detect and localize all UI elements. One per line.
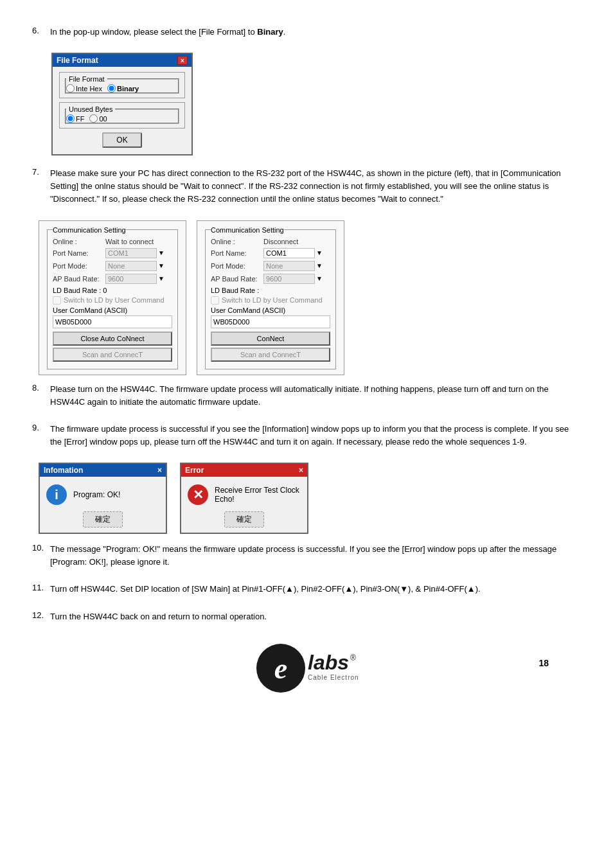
info-dialog-titlebar: Infomation × <box>40 464 166 477</box>
error-confirm-button[interactable]: 確定 <box>224 511 264 527</box>
unused-bytes-options: FF 00 <box>66 114 178 123</box>
step-10: 10. The message "Program: OK!" means the… <box>32 543 581 569</box>
step-12-number: 12. <box>32 610 50 620</box>
elabs-logo: e labs ® Cable Electronics <box>255 642 358 694</box>
step-7-text: Please make sure your PC has direct conn… <box>50 167 581 206</box>
svg-text:®: ® <box>350 653 356 662</box>
info-inner: i Program: OK! <box>46 484 159 505</box>
info-confirm-button[interactable]: 確定 <box>83 511 123 527</box>
info-title: Infomation <box>44 466 83 475</box>
info-body: i Program: OK! 確定 <box>40 477 166 533</box>
comm-right-apbaud-row: AP Baud Rate: 9600 ▼ <box>211 274 330 284</box>
step-8: 8. Please turn on the HSW44C. The firmwa… <box>32 383 581 409</box>
error-icon: ✕ <box>188 484 208 505</box>
file-format-options: Inte Hex Binary <box>66 84 178 93</box>
ff-option[interactable]: FF <box>66 114 84 123</box>
info-icon: i <box>46 484 67 505</box>
unused-bytes-group: Unused Bytes FF 00 <box>59 102 185 128</box>
comm-left-portname-value: COM1 <box>105 248 157 258</box>
step-9: 9. The firmware update process is succes… <box>32 423 581 448</box>
step-8-number: 8. <box>32 383 50 393</box>
step-7: 7. Please make sure your PC has direct c… <box>32 167 581 206</box>
error-close[interactable]: × <box>299 466 303 475</box>
step-7-number: 7. <box>32 167 50 177</box>
dialogs-section: Infomation × i Program: OK! 確定 Error × ✕… <box>39 463 581 534</box>
error-inner: ✕ Receive Error Test Clock Echo! <box>188 484 301 505</box>
comm-left-online-row: Online : Wait to connect <box>53 238 172 245</box>
error-message: Receive Error Test Clock Echo! <box>215 486 301 504</box>
comm-panel-left: Communication Setting Online : Wait to c… <box>39 220 186 375</box>
info-close[interactable]: × <box>157 466 162 475</box>
unused-bytes-legend: Unused Bytes <box>66 105 115 113</box>
comm-left-ascii-label: User ComMand (ASCII) <box>53 306 172 314</box>
binary-option[interactable]: Binary <box>107 84 139 93</box>
file-format-dialog: File Format × File Format Inte Hex Binar… <box>51 53 193 155</box>
comm-right-apbaud-label: AP Baud Rate: <box>211 275 263 283</box>
comm-left-apbaud-value: 9600 <box>105 274 157 284</box>
step-10-text: The message "Program: OK!" means the fir… <box>50 543 581 569</box>
svg-text:Cable Electronics: Cable Electronics <box>308 674 358 681</box>
file-format-section: File Format × File Format Inte Hex Binar… <box>32 53 581 155</box>
step-8-text: Please turn on the HSW44C. The firmware … <box>50 383 581 409</box>
comm-right-portmode-label: Port Mode: <box>211 262 263 270</box>
comm-left-online-value: Wait to connect <box>105 238 154 245</box>
comm-left-btn2[interactable]: Scan and ConnecT <box>53 348 172 362</box>
comm-section: Communication Setting Online : Wait to c… <box>32 220 581 375</box>
comm-left-portmode-value: None <box>105 261 157 271</box>
comm-left-online-label: Online : <box>53 238 105 245</box>
comm-left-portmode-label: Port Mode: <box>53 262 105 270</box>
step-11: 11. Turn off HSW44C. Set DIP location of… <box>32 583 581 596</box>
comm-right-portname-value: COM1 <box>263 248 315 258</box>
comm-right-apbaud-value: 9600 <box>263 274 315 284</box>
step-6-number: 6. <box>32 26 50 35</box>
comm-right-btn1[interactable]: ConNect <box>211 332 330 346</box>
step-10-number: 10. <box>32 543 50 553</box>
step-6-text: In the pop-up window, please select the … <box>50 26 581 39</box>
comm-right-online-row: Online : Disconnect <box>211 238 330 245</box>
svg-text:labs: labs <box>308 651 349 674</box>
comm-left-ascii-input[interactable] <box>53 315 172 328</box>
comm-left-legend: Communication Setting <box>53 226 126 234</box>
comm-right-switch-row: Switch to LD by User Command <box>211 296 330 305</box>
comm-left-portname-label: Port Name: <box>53 249 105 257</box>
comm-right-online-label: Online : <box>211 238 263 245</box>
comm-right-online-value: Disconnect <box>263 238 298 245</box>
error-dialog: Error × ✕ Receive Error Test Clock Echo!… <box>180 463 308 534</box>
file-format-body: File Format Inte Hex Binary <box>53 67 191 154</box>
comm-left-btn1[interactable]: Close Auto CoNnect <box>53 332 172 346</box>
step-12: 12. Turn the HSW44C back on and return t… <box>32 610 581 623</box>
comm-right-portname-row: Port Name: COM1 ▼ <box>211 248 330 258</box>
svg-text:e: e <box>274 652 287 685</box>
step-11-number: 11. <box>32 583 50 592</box>
comm-right-legend: Communication Setting <box>211 226 284 234</box>
inte-hex-option[interactable]: Inte Hex <box>66 84 102 93</box>
file-format-title: File Format <box>57 56 98 65</box>
info-dialog: Infomation × i Program: OK! 確定 <box>39 463 167 534</box>
comm-right-ascii-input[interactable] <box>211 315 330 328</box>
file-format-ok-button[interactable]: OK <box>102 132 141 148</box>
error-dialog-titlebar: Error × <box>181 464 307 477</box>
file-format-titlebar: File Format × <box>53 54 191 67</box>
comm-right-ldbaud: LD Baud Rate : <box>211 287 330 294</box>
comm-right-portmode-row: Port Mode: None ▼ <box>211 261 330 271</box>
file-format-close[interactable]: × <box>177 56 188 65</box>
comm-right-portname-label: Port Name: <box>211 249 263 257</box>
comm-left-switch-row: Switch to LD by User Command <box>53 296 172 305</box>
step-9-number: 9. <box>32 423 50 432</box>
step-9-text: The firmware update process is successfu… <box>50 423 581 448</box>
step-11-text: Turn off HSW44C. Set DIP location of [SW… <box>50 583 581 596</box>
page-number: 18 <box>538 658 549 668</box>
oo-option[interactable]: 00 <box>89 114 107 123</box>
comm-left-apbaud-row: AP Baud Rate: 9600 ▼ <box>53 274 172 284</box>
comm-right-switch-label: Switch to LD by User Command <box>222 296 323 304</box>
file-format-legend: File Format <box>66 75 107 83</box>
logo-section: e labs ® Cable Electronics <box>32 642 581 694</box>
comm-left-portmode-row: Port Mode: None ▼ <box>53 261 172 271</box>
error-body: ✕ Receive Error Test Clock Echo! 確定 <box>181 477 307 533</box>
comm-left-portname-row: Port Name: COM1 ▼ <box>53 248 172 258</box>
comm-right-btn2[interactable]: Scan and ConnecT <box>211 348 330 362</box>
comm-left-ldbaud: LD Baud Rate : 0 <box>53 287 172 294</box>
step-12-text: Turn the HSW44C back on and return to no… <box>50 610 581 623</box>
file-format-group: File Format Inte Hex Binary <box>59 72 185 98</box>
comm-left-switch-label: Switch to LD by User Command <box>64 296 164 304</box>
